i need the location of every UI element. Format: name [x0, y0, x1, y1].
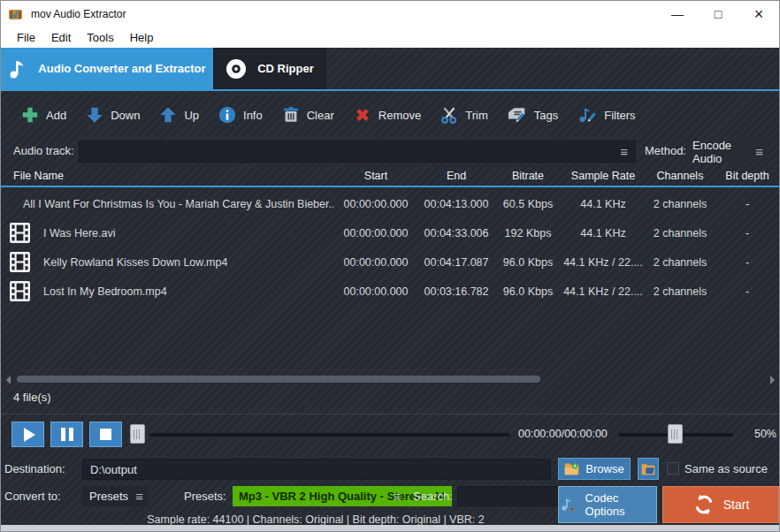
menu-tools[interactable]: Tools — [79, 31, 121, 44]
film-icon — [10, 223, 30, 243]
table-header: File Name Start End Bitrate Sample Rate … — [1, 166, 779, 187]
column-channels[interactable]: Channels — [645, 170, 715, 182]
app-window: mov Audio Extractor — □ × File Edit Tool… — [0, 0, 780, 532]
cell-bit-depth: - — [715, 227, 779, 239]
tag-pencil-icon — [507, 105, 528, 125]
cell-bit-depth: - — [715, 285, 779, 298]
plus-icon — [20, 105, 40, 125]
pause-button[interactable] — [50, 422, 83, 447]
cell-start: 00:00:00.000 — [333, 285, 418, 298]
preset-dropdown-icon[interactable]: ≡ — [394, 490, 401, 503]
arrow-up-icon — [158, 105, 178, 125]
info-button[interactable]: Info — [218, 105, 263, 125]
add-button[interactable]: Add — [20, 105, 66, 125]
filters-button[interactable]: Filters — [577, 105, 635, 125]
menu-file[interactable]: File — [9, 31, 43, 44]
main-area: Audio Converter and Extractor CD Ripper … — [1, 48, 779, 531]
film-icon — [10, 252, 30, 272]
tab-label: CD Ripper — [257, 62, 314, 75]
cell-bitrate: 96.0 Kbps — [494, 285, 562, 298]
music-note-icon — [8, 58, 27, 80]
cell-channels: 2 channels — [645, 198, 715, 210]
convert-to-label: Convert to: — [4, 490, 61, 503]
method-label: Method: — [645, 144, 686, 157]
minimize-button[interactable]: — — [657, 1, 698, 27]
cell-bitrate: 96.0 Kbps — [494, 256, 562, 269]
column-start[interactable]: Start — [333, 170, 418, 182]
audio-track-select[interactable]: ≡ — [79, 141, 636, 163]
horizontal-scrollbar — [1, 373, 779, 385]
stop-icon — [100, 429, 111, 440]
up-label: Up — [184, 109, 199, 122]
open-folder-button[interactable] — [638, 458, 659, 480]
destination-input[interactable] — [82, 459, 551, 480]
up-button[interactable]: Up — [158, 105, 199, 125]
scroll-left-arrow-icon[interactable] — [6, 376, 11, 384]
start-button[interactable]: Start — [662, 486, 779, 523]
trim-button[interactable]: Trim — [440, 105, 488, 125]
menu-edit[interactable]: Edit — [43, 31, 79, 44]
close-button[interactable]: × — [738, 1, 779, 27]
remove-button[interactable]: Remove — [353, 105, 421, 125]
same-as-source-label: Same as source — [684, 462, 768, 475]
preset-summary: Sample rate: 44100 | Channels: Original … — [1, 513, 631, 526]
browse-button[interactable]: Browse — [558, 458, 631, 480]
audio-track-row: Audio track: ≡ Method: Encode Audio ≡ — [1, 140, 779, 164]
tab-underline — [1, 89, 779, 91]
table-row[interactable]: Lost In My Bedroom.mp4 00:00:00.000 00:0… — [1, 277, 779, 306]
same-as-source-checkbox[interactable] — [667, 462, 679, 475]
method-select[interactable]: Encode Audio ≡ — [685, 141, 769, 163]
x-icon — [353, 105, 372, 125]
start-label: Start — [723, 498, 750, 512]
seek-track[interactable] — [149, 433, 510, 437]
file-name: Kelly Rowland Kisses Down Low.mp4 — [43, 256, 227, 269]
scroll-right-arrow-icon[interactable] — [770, 376, 775, 384]
table-row[interactable]: All I Want For Christmas Is You - Mariah… — [1, 189, 779, 218]
note-gear-icon — [559, 495, 577, 514]
file-list: All I Want For Christmas Is You - Mariah… — [1, 189, 779, 306]
tab-strip: Audio Converter and Extractor CD Ripper — [1, 48, 779, 89]
time-display: 00:00:00/00:00:00 — [518, 428, 607, 440]
cd-icon — [226, 58, 247, 80]
cell-bit-depth: - — [715, 256, 779, 269]
title-bar: mov Audio Extractor — □ × — [1, 1, 779, 27]
info-label: Info — [243, 109, 263, 122]
volume-handle[interactable] — [668, 424, 683, 444]
cell-sample-rate: 44.1 KHz / 22.... — [562, 285, 645, 298]
tab-audio-converter[interactable]: Audio Converter and Extractor — [1, 48, 213, 89]
column-bitrate[interactable]: Bitrate — [494, 170, 562, 182]
seek-handle[interactable] — [130, 424, 145, 444]
stop-button[interactable] — [89, 422, 122, 447]
column-file-name[interactable]: File Name — [1, 170, 333, 182]
maximize-button[interactable]: □ — [698, 1, 738, 27]
file-name: Lost In My Bedroom.mp4 — [43, 285, 167, 298]
tags-button[interactable]: Tags — [507, 105, 558, 125]
tags-label: Tags — [534, 109, 558, 122]
column-bit-depth[interactable]: Bit depth — [715, 170, 779, 182]
scissors-icon — [440, 105, 459, 125]
cell-start: 00:00:00.000 — [333, 198, 418, 210]
scrollbar-thumb[interactable] — [17, 376, 540, 383]
browse-label: Browse — [585, 462, 623, 475]
toolbar: Add Down Up Info Clear — [1, 92, 779, 138]
table-row[interactable]: I Was Here.avi 00:00:00.000 00:04:33.006… — [1, 218, 779, 247]
table-row[interactable]: Kelly Rowland Kisses Down Low.mp4 00:00:… — [1, 247, 779, 277]
cell-bit-depth: - — [715, 198, 779, 210]
audio-track-label: Audio track: — [13, 144, 74, 157]
cell-bitrate: 60.5 Kbps — [494, 198, 562, 210]
format-select[interactable]: Presets ≡ — [82, 486, 149, 506]
down-button[interactable]: Down — [85, 105, 140, 125]
clear-button[interactable]: Clear — [281, 105, 334, 125]
menu-help[interactable]: Help — [122, 31, 162, 44]
cell-channels: 2 channels — [645, 256, 715, 269]
column-end[interactable]: End — [418, 170, 494, 182]
play-button[interactable] — [11, 422, 44, 447]
trim-label: Trim — [465, 109, 488, 122]
dropdown-icon: ≡ — [135, 490, 143, 503]
tab-cd-ripper[interactable]: CD Ripper — [213, 48, 326, 89]
trash-icon — [281, 105, 301, 125]
file-name: I Was Here.avi — [43, 227, 116, 239]
column-sample-rate[interactable]: Sample Rate — [562, 170, 645, 182]
folder-open-icon — [564, 462, 579, 475]
search-input[interactable] — [457, 486, 560, 506]
